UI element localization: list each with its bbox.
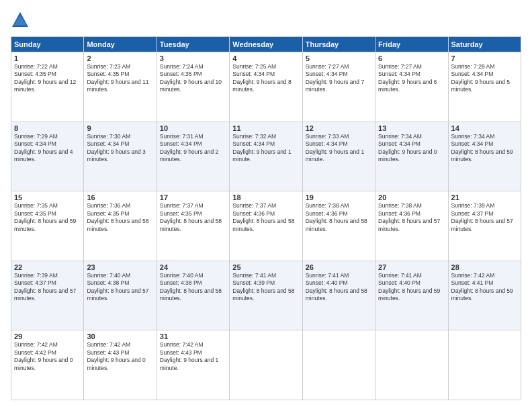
day-17: 17 Sunrise: 7:37 AM Sunset: 4:35 PM Dayl… [157, 191, 229, 261]
weekday-thursday: Thursday [302, 37, 375, 52]
day-info: Sunrise: 7:38 AM Sunset: 4:36 PM Dayligh… [378, 202, 445, 233]
day-20: 20 Sunrise: 7:38 AM Sunset: 4:36 PM Dayl… [375, 191, 448, 261]
day-number: 13 [378, 124, 445, 132]
day-number: 14 [451, 124, 518, 132]
day-27: 27 Sunrise: 7:41 AM Sunset: 4:40 PM Dayl… [375, 261, 448, 330]
day-31: 31 Sunrise: 7:42 AM Sunset: 4:43 PM Dayl… [157, 330, 229, 400]
day-number: 22 [14, 263, 81, 271]
day-number: 28 [451, 263, 518, 271]
day-info: Sunrise: 7:25 AM Sunset: 4:34 PM Dayligh… [232, 63, 299, 94]
day-29: 29 Sunrise: 7:42 AM Sunset: 4:42 PM Dayl… [11, 330, 84, 400]
day-info: Sunrise: 7:36 AM Sunset: 4:35 PM Dayligh… [87, 202, 153, 233]
day-13: 13 Sunrise: 7:34 AM Sunset: 4:34 PM Dayl… [375, 122, 448, 191]
day-info: Sunrise: 7:31 AM Sunset: 4:34 PM Dayligh… [160, 133, 226, 164]
day-info: Sunrise: 7:37 AM Sunset: 4:35 PM Dayligh… [160, 202, 226, 233]
day-number: 27 [378, 263, 445, 271]
empty-cell [375, 330, 448, 400]
day-14: 14 Sunrise: 7:34 AM Sunset: 4:34 PM Dayl… [448, 122, 521, 191]
day-9: 9 Sunrise: 7:30 AM Sunset: 4:34 PM Dayli… [84, 122, 157, 191]
day-number: 23 [87, 263, 153, 271]
day-18: 18 Sunrise: 7:37 AM Sunset: 4:36 PM Dayl… [230, 191, 302, 261]
day-info: Sunrise: 7:23 AM Sunset: 4:35 PM Dayligh… [87, 63, 153, 94]
day-info: Sunrise: 7:30 AM Sunset: 4:34 PM Dayligh… [87, 133, 153, 164]
day-info: Sunrise: 7:42 AM Sunset: 4:41 PM Dayligh… [451, 272, 518, 303]
day-number: 26 [306, 263, 372, 271]
day-info: Sunrise: 7:39 AM Sunset: 4:37 PM Dayligh… [14, 272, 81, 303]
logo-icon [11, 11, 30, 30]
day-number: 21 [451, 193, 518, 201]
day-4: 4 Sunrise: 7:25 AM Sunset: 4:34 PM Dayli… [230, 52, 302, 122]
day-info: Sunrise: 7:35 AM Sunset: 4:35 PM Dayligh… [14, 202, 81, 233]
day-number: 7 [451, 54, 518, 62]
day-info: Sunrise: 7:28 AM Sunset: 4:34 PM Dayligh… [451, 63, 518, 94]
day-number: 5 [306, 54, 372, 62]
day-info: Sunrise: 7:32 AM Sunset: 4:34 PM Dayligh… [232, 133, 299, 164]
day-8: 8 Sunrise: 7:29 AM Sunset: 4:34 PM Dayli… [11, 122, 84, 191]
day-number: 10 [160, 124, 226, 132]
day-number: 17 [160, 193, 226, 201]
day-30: 30 Sunrise: 7:42 AM Sunset: 4:43 PM Dayl… [84, 330, 157, 400]
day-number: 6 [378, 54, 445, 62]
day-number: 25 [232, 263, 299, 271]
day-3: 3 Sunrise: 7:24 AM Sunset: 4:35 PM Dayli… [157, 52, 229, 122]
day-info: Sunrise: 7:38 AM Sunset: 4:36 PM Dayligh… [306, 202, 372, 233]
day-23: 23 Sunrise: 7:40 AM Sunset: 4:38 PM Dayl… [84, 261, 157, 330]
day-22: 22 Sunrise: 7:39 AM Sunset: 4:37 PM Dayl… [11, 261, 84, 330]
day-info: Sunrise: 7:41 AM Sunset: 4:40 PM Dayligh… [306, 272, 372, 303]
day-info: Sunrise: 7:24 AM Sunset: 4:35 PM Dayligh… [160, 63, 226, 94]
day-16: 16 Sunrise: 7:36 AM Sunset: 4:35 PM Dayl… [84, 191, 157, 261]
day-info: Sunrise: 7:39 AM Sunset: 4:37 PM Dayligh… [451, 202, 518, 233]
day-info: Sunrise: 7:41 AM Sunset: 4:40 PM Dayligh… [378, 272, 445, 303]
day-number: 12 [306, 124, 372, 132]
day-number: 18 [232, 193, 299, 201]
day-24: 24 Sunrise: 7:40 AM Sunset: 4:38 PM Dayl… [157, 261, 229, 330]
day-info: Sunrise: 7:27 AM Sunset: 4:34 PM Dayligh… [306, 63, 372, 94]
day-info: Sunrise: 7:40 AM Sunset: 4:38 PM Dayligh… [160, 272, 226, 303]
day-info: Sunrise: 7:34 AM Sunset: 4:34 PM Dayligh… [451, 133, 518, 164]
day-info: Sunrise: 7:42 AM Sunset: 4:43 PM Dayligh… [160, 341, 226, 372]
day-26: 26 Sunrise: 7:41 AM Sunset: 4:40 PM Dayl… [302, 261, 375, 330]
day-1: 1 Sunrise: 7:22 AM Sunset: 4:35 PM Dayli… [11, 52, 84, 122]
weekday-saturday: Saturday [448, 37, 521, 52]
day-number: 31 [160, 332, 226, 340]
day-number: 9 [87, 124, 153, 132]
weekday-monday: Monday [84, 37, 157, 52]
day-7: 7 Sunrise: 7:28 AM Sunset: 4:34 PM Dayli… [448, 52, 521, 122]
day-number: 20 [378, 193, 445, 201]
day-info: Sunrise: 7:33 AM Sunset: 4:34 PM Dayligh… [306, 133, 372, 164]
day-number: 4 [232, 54, 299, 62]
day-12: 12 Sunrise: 7:33 AM Sunset: 4:34 PM Dayl… [302, 122, 375, 191]
page: Sunday Monday Tuesday Wednesday Thursday… [0, 0, 532, 411]
day-2: 2 Sunrise: 7:23 AM Sunset: 4:35 PM Dayli… [84, 52, 157, 122]
weekday-wednesday: Wednesday [230, 37, 302, 52]
weekday-friday: Friday [375, 37, 448, 52]
day-number: 3 [160, 54, 226, 62]
day-19: 19 Sunrise: 7:38 AM Sunset: 4:36 PM Dayl… [302, 191, 375, 261]
day-number: 29 [14, 332, 81, 340]
day-number: 11 [232, 124, 299, 132]
day-6: 6 Sunrise: 7:27 AM Sunset: 4:34 PM Dayli… [375, 52, 448, 122]
day-number: 16 [87, 193, 153, 201]
weekday-sunday: Sunday [11, 37, 84, 52]
day-info: Sunrise: 7:22 AM Sunset: 4:35 PM Dayligh… [14, 63, 81, 94]
empty-cell [448, 330, 521, 400]
empty-cell [302, 330, 375, 400]
day-info: Sunrise: 7:42 AM Sunset: 4:43 PM Dayligh… [87, 341, 153, 372]
day-number: 8 [14, 124, 81, 132]
day-info: Sunrise: 7:29 AM Sunset: 4:34 PM Dayligh… [14, 133, 81, 164]
day-info: Sunrise: 7:34 AM Sunset: 4:34 PM Dayligh… [378, 133, 445, 164]
day-21: 21 Sunrise: 7:39 AM Sunset: 4:37 PM Dayl… [448, 191, 521, 261]
empty-cell [230, 330, 302, 400]
day-info: Sunrise: 7:40 AM Sunset: 4:38 PM Dayligh… [87, 272, 153, 303]
day-15: 15 Sunrise: 7:35 AM Sunset: 4:35 PM Dayl… [11, 191, 84, 261]
day-10: 10 Sunrise: 7:31 AM Sunset: 4:34 PM Dayl… [157, 122, 229, 191]
weekday-tuesday: Tuesday [157, 37, 229, 52]
day-number: 2 [87, 54, 153, 62]
day-5: 5 Sunrise: 7:27 AM Sunset: 4:34 PM Dayli… [302, 52, 375, 122]
day-number: 1 [14, 54, 81, 62]
day-number: 15 [14, 193, 81, 201]
day-number: 24 [160, 263, 226, 271]
day-28: 28 Sunrise: 7:42 AM Sunset: 4:41 PM Dayl… [448, 261, 521, 330]
day-info: Sunrise: 7:41 AM Sunset: 4:39 PM Dayligh… [232, 272, 299, 303]
svg-marker-1 [13, 15, 27, 26]
